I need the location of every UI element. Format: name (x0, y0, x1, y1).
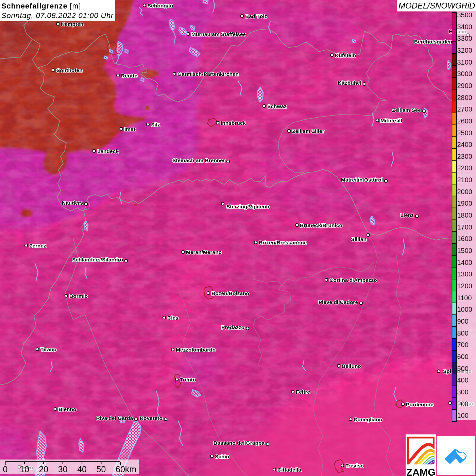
svg-text:Silz: Silz (151, 122, 160, 128)
svg-text:600: 600 (457, 353, 469, 360)
svg-text:ZAMG: ZAMG (406, 467, 435, 476)
svg-text:2600: 2600 (457, 117, 473, 125)
svg-text:Kitzbühel: Kitzbühel (338, 80, 361, 86)
svg-text:Rovereto: Rovereto (140, 415, 163, 421)
svg-text:Sterzing/Vipiteno: Sterzing/Vipiteno (226, 204, 269, 209)
svg-text:Imst: Imst (124, 126, 135, 132)
svg-text:2200: 2200 (457, 164, 473, 172)
svg-text:Bormio: Bormio (69, 293, 88, 299)
svg-text:10: 10 (20, 464, 29, 474)
svg-text:3000: 3000 (457, 70, 473, 78)
svg-text:Conegliano: Conegliano (354, 417, 382, 422)
svg-text:Zell am See: Zell am See (392, 107, 421, 113)
svg-text:2800: 2800 (457, 94, 473, 101)
svg-text:Schio: Schio (215, 454, 229, 459)
svg-text:Reutte: Reutte (121, 73, 138, 79)
svg-text:Tirano: Tirano (40, 346, 56, 352)
svg-text:Cittadella: Cittadella (277, 467, 301, 473)
svg-text:1000: 1000 (457, 306, 473, 313)
svg-text:30: 30 (58, 464, 68, 474)
svg-text:Pieve di Cadore: Pieve di Cadore (319, 299, 358, 305)
svg-text:800: 800 (457, 329, 469, 337)
svg-text:Bienno: Bienno (58, 406, 76, 412)
svg-text:Landeck: Landeck (97, 148, 119, 154)
svg-text:Innsbruck: Innsbruck (221, 120, 246, 126)
svg-text:3500: 3500 (457, 11, 473, 19)
svg-text:1300: 1300 (457, 270, 473, 278)
svg-text:Sillian: Sillian (351, 236, 367, 242)
svg-text:Murnau am Staffelsee: Murnau am Staffelsee (191, 31, 246, 37)
svg-text:60km: 60km (116, 464, 136, 474)
svg-text:3100: 3100 (457, 58, 473, 66)
svg-text:400: 400 (457, 376, 469, 384)
svg-text:3400: 3400 (457, 23, 473, 31)
svg-text:Zell am Ziller: Zell am Ziller (292, 128, 324, 134)
svg-text:100: 100 (457, 412, 469, 419)
svg-text:2400: 2400 (457, 141, 473, 148)
svg-text:Kempten: Kempten (61, 21, 83, 27)
svg-text:Schneefallgrenze [m]: Schneefallgrenze [m] (1, 2, 81, 10)
svg-text:500: 500 (457, 365, 469, 372)
svg-text:Predazzo: Predazzo (221, 324, 244, 330)
svg-text:Bruneck/Brunico: Bruneck/Brunico (300, 222, 342, 228)
svg-text:Garmisch-Partenkirchen: Garmisch-Partenkirchen (177, 71, 239, 77)
svg-text:40: 40 (77, 464, 87, 474)
svg-text:0: 0 (3, 464, 8, 474)
svg-text:Berchtesgaden: Berchtesgaden (414, 39, 452, 45)
svg-text:Kufstein: Kufstein (335, 52, 356, 58)
svg-text:2100: 2100 (457, 176, 473, 184)
svg-text:Bad Tölz: Bad Tölz (245, 13, 267, 19)
svg-text:1600: 1600 (457, 235, 473, 242)
svg-text:1800: 1800 (457, 211, 473, 219)
svg-text:Trento: Trento (180, 377, 196, 382)
svg-text:Pordenone: Pordenone (406, 402, 434, 407)
svg-text:3300: 3300 (457, 35, 473, 42)
svg-text:1700: 1700 (457, 223, 473, 231)
svg-text:700: 700 (457, 341, 469, 348)
svg-text:Bassano del Grappa: Bassano del Grappa (214, 440, 265, 446)
svg-text:Feltre: Feltre (296, 389, 310, 395)
svg-text:50: 50 (97, 464, 106, 474)
svg-text:1200: 1200 (457, 282, 473, 290)
svg-text:Belluno: Belluno (342, 363, 361, 369)
svg-text:200: 200 (457, 400, 469, 408)
svg-text:Bozen/Bolzano: Bozen/Bolzano (211, 290, 249, 296)
svg-text:900: 900 (457, 318, 469, 325)
svg-text:1100: 1100 (457, 294, 472, 302)
svg-text:Riva del Garda: Riva del Garda (96, 415, 133, 421)
svg-text:2300: 2300 (457, 153, 473, 160)
svg-text:Cles: Cles (167, 315, 178, 321)
svg-text:Brixen/Bressanone: Brixen/Bressanone (259, 240, 307, 245)
svg-text:MODEL/SNOWGRiD: MODEL/SNOWGRiD (398, 1, 475, 10)
svg-text:Schlanders/Silandro: Schlanders/Silandro (72, 257, 123, 262)
svg-text:Matrei in Osttirol: Matrei in Osttirol (341, 177, 383, 183)
svg-text:Cortina d'Ampezzo: Cortina d'Ampezzo (329, 277, 377, 283)
svg-text:1500: 1500 (457, 247, 473, 254)
svg-text:Nauders: Nauders (62, 200, 83, 206)
svg-text:2900: 2900 (457, 82, 473, 89)
svg-text:2500: 2500 (457, 129, 473, 137)
svg-text:Mezzolombardo: Mezzolombardo (176, 347, 216, 353)
svg-text:Schongau: Schongau (148, 3, 173, 8)
svg-text:1900: 1900 (457, 200, 473, 207)
svg-text:Sonthofen: Sonthofen (56, 67, 83, 73)
svg-text:Steinach am Brenner: Steinach am Brenner (172, 157, 225, 163)
svg-text:Meran/Merano: Meran/Merano (186, 249, 222, 255)
svg-text:2000: 2000 (457, 188, 473, 196)
svg-text:Zernez: Zernez (29, 243, 46, 249)
svg-text:20: 20 (39, 464, 48, 474)
svg-text:Treviso: Treviso (345, 463, 364, 469)
svg-text:300: 300 (457, 388, 469, 396)
svg-text:1400: 1400 (457, 259, 473, 266)
svg-text:Mittersill: Mittersill (380, 118, 402, 123)
svg-text:Sonntag, 07.08.2022 01:00 Uhr: Sonntag, 07.08.2022 01:00 Uhr (1, 11, 114, 20)
svg-text:2700: 2700 (457, 105, 473, 113)
svg-text:3200: 3200 (457, 47, 473, 54)
svg-text:Lienz: Lienz (400, 212, 414, 218)
svg-text:Schwaz: Schwaz (267, 103, 287, 109)
